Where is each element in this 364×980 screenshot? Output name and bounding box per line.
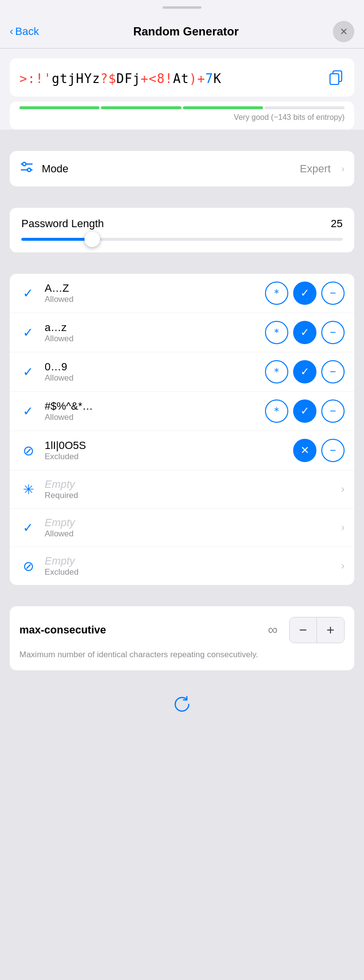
max-consecutive-description: Maximum number of identical characters r… xyxy=(19,649,345,661)
charset-status-special: Allowed xyxy=(45,413,257,422)
mode-section: Mode Expert › xyxy=(0,141,364,186)
charset-row-empty-required[interactable]: ✳ Empty Required › xyxy=(10,470,354,509)
charset-name-confusables: 1lI|0O5S xyxy=(45,439,285,452)
mode-card[interactable]: Mode Expert › xyxy=(10,151,354,186)
charset-row-digits: ✓ 0…9 Allowed ＊ ✓ − xyxy=(10,352,354,392)
charset-controls-confusables: ✕ − xyxy=(293,439,345,462)
chevron-left-icon: ‹ xyxy=(10,25,13,38)
charset-status-empty-required: Required xyxy=(45,491,333,500)
check-button-lowercase[interactable]: ✓ xyxy=(293,321,316,344)
charset-name-lowercase: a…z xyxy=(45,321,257,334)
charset-row-lowercase: ✓ a…z Allowed ＊ ✓ − xyxy=(10,313,354,352)
chevron-icon-empty-excluded: › xyxy=(341,560,345,572)
minus-button-digits[interactable]: − xyxy=(321,360,345,383)
charset-status-empty-allowed: Allowed xyxy=(45,529,333,539)
length-header: Password Length 25 xyxy=(21,217,343,230)
pw-part-1: >:!' xyxy=(19,71,52,86)
charset-info-digits: 0…9 Allowed xyxy=(45,361,257,383)
pw-part-9: )+ xyxy=(189,71,205,86)
pw-part-8: At xyxy=(173,71,189,86)
minus-button-confusables[interactable]: − xyxy=(321,439,345,462)
exclude-icon-empty-excluded: ⊘ xyxy=(19,558,37,574)
check-button-special[interactable]: ✓ xyxy=(293,399,316,423)
length-card: Password Length 25 xyxy=(10,208,354,252)
password-section: >:!'gtjHYz?$DFj+<8!At)+7K Very good (~14… xyxy=(0,49,364,130)
pw-part-6: 8 xyxy=(157,71,165,86)
drag-handle xyxy=(163,6,201,9)
charset-row-empty-allowed[interactable]: ✓ Empty Allowed › xyxy=(10,509,354,547)
charset-controls-lowercase: ＊ ✓ − xyxy=(265,321,345,344)
charset-info-empty-allowed: Empty Allowed xyxy=(45,516,333,539)
asterisk-button-digits[interactable]: ＊ xyxy=(265,360,288,383)
strength-seg-1 xyxy=(19,106,99,109)
close-button[interactable]: ✕ xyxy=(333,21,354,42)
minus-button-uppercase[interactable]: − xyxy=(321,282,345,305)
pw-part-4: DFj xyxy=(116,71,141,86)
chevron-icon-empty-required: › xyxy=(341,483,345,496)
asterisk-button-special[interactable]: ＊ xyxy=(265,399,288,423)
decrement-button[interactable]: − xyxy=(290,617,317,643)
charset-controls-digits: ＊ ✓ − xyxy=(265,360,345,383)
length-label: Password Length xyxy=(21,217,104,230)
charset-row-empty-excluded[interactable]: ⊘ Empty Excluded › xyxy=(10,547,354,585)
charset-row-special: ✓ #$%^&*… Allowed ＊ ✓ − xyxy=(10,392,354,431)
pw-part-11: K xyxy=(214,71,222,86)
charset-info-empty-excluded: Empty Excluded xyxy=(45,555,333,577)
back-button[interactable]: ‹ Back xyxy=(10,25,39,38)
increment-button[interactable]: + xyxy=(317,617,344,643)
charset-status-empty-excluded: Excluded xyxy=(45,567,333,577)
sliders-icon xyxy=(19,160,34,178)
strength-text: Very good (~143 bits of entropy) xyxy=(19,113,345,122)
charset-status-lowercase: Allowed xyxy=(45,334,257,344)
charset-controls-special: ＊ ✓ − xyxy=(265,399,345,423)
charset-info-lowercase: a…z Allowed xyxy=(45,321,257,344)
minus-button-special[interactable]: − xyxy=(321,399,345,423)
mode-value: Expert xyxy=(300,163,331,175)
chevron-icon-empty-allowed: › xyxy=(341,521,345,534)
charset-info-confusables: 1lI|0O5S Excluded xyxy=(45,439,285,462)
strength-seg-3 xyxy=(183,106,263,109)
charset-section: ✓ A…Z Allowed ＊ ✓ − ✓ a…z Allowed ＊ xyxy=(0,264,364,585)
asterisk-button-uppercase[interactable]: ＊ xyxy=(265,282,288,305)
back-label: Back xyxy=(15,25,39,38)
check-icon-digits: ✓ xyxy=(19,365,37,380)
check-icon-special: ✓ xyxy=(19,404,37,419)
status-bar xyxy=(0,0,364,15)
strength-bar xyxy=(19,106,345,109)
charset-name-empty-excluded: Empty xyxy=(45,555,333,567)
copy-button[interactable] xyxy=(327,68,345,89)
charset-status-uppercase: Allowed xyxy=(45,295,257,304)
navigation-bar: ‹ Back Random Generator ✕ xyxy=(0,15,364,49)
max-consecutive-row: max-consecutive ∞ − + xyxy=(19,617,345,643)
check-button-uppercase[interactable]: ✓ xyxy=(293,282,316,305)
asterisk-button-lowercase[interactable]: ＊ xyxy=(265,321,288,344)
length-value: 25 xyxy=(331,217,343,230)
charset-name-empty-allowed: Empty xyxy=(45,516,333,529)
max-consecutive-stepper: − + xyxy=(289,617,345,643)
charset-name-uppercase: A…Z xyxy=(45,282,257,295)
charset-name-digits: 0…9 xyxy=(45,361,257,373)
x-button-confusables[interactable]: ✕ xyxy=(293,439,316,462)
password-text: >:!'gtjHYz?$DFj+<8!At)+7K xyxy=(19,71,221,86)
charset-row-uppercase: ✓ A…Z Allowed ＊ ✓ − xyxy=(10,274,354,313)
minus-button-lowercase[interactable]: − xyxy=(321,321,345,344)
charset-name-special: #$%^&*… xyxy=(45,400,257,413)
charset-card: ✓ A…Z Allowed ＊ ✓ − ✓ a…z Allowed ＊ xyxy=(10,274,354,585)
charset-info-uppercase: A…Z Allowed xyxy=(45,282,257,304)
strength-bar-card: Very good (~143 bits of entropy) xyxy=(10,101,354,130)
check-icon-uppercase: ✓ xyxy=(19,286,37,301)
charset-controls-uppercase: ＊ ✓ − xyxy=(265,282,345,305)
exclude-icon-confusables: ⊘ xyxy=(19,443,37,459)
infinity-symbol: ∞ xyxy=(268,622,278,638)
svg-rect-1 xyxy=(330,74,339,84)
mode-row[interactable]: Mode Expert › xyxy=(10,151,354,186)
check-button-digits[interactable]: ✓ xyxy=(293,360,316,383)
strength-seg-4 xyxy=(265,106,345,109)
page-title: Random Generator xyxy=(133,25,238,38)
slider-thumb[interactable] xyxy=(84,232,100,247)
bottom-bar xyxy=(0,685,364,733)
charset-status-digits: Allowed xyxy=(45,373,257,383)
refresh-button[interactable] xyxy=(172,695,192,718)
check-icon-empty-allowed: ✓ xyxy=(19,520,37,535)
length-slider[interactable] xyxy=(21,238,343,241)
